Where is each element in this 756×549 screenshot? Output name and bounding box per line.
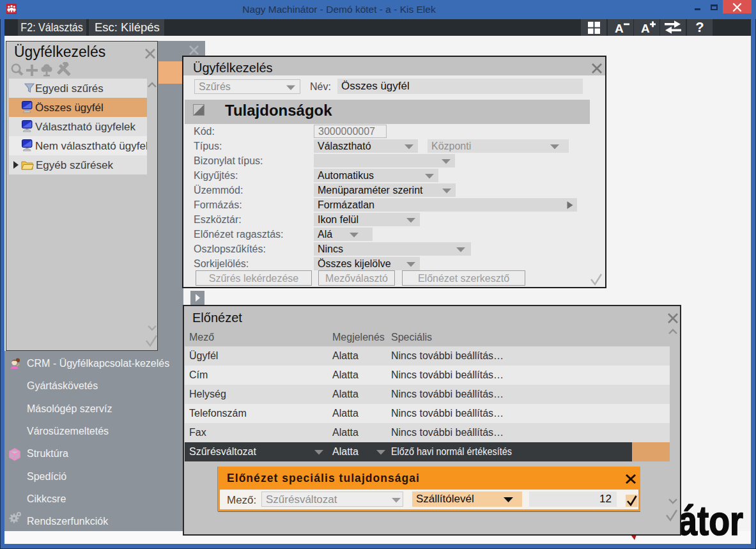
svg-text:A: A	[641, 22, 650, 35]
svg-text:A: A	[615, 22, 624, 35]
